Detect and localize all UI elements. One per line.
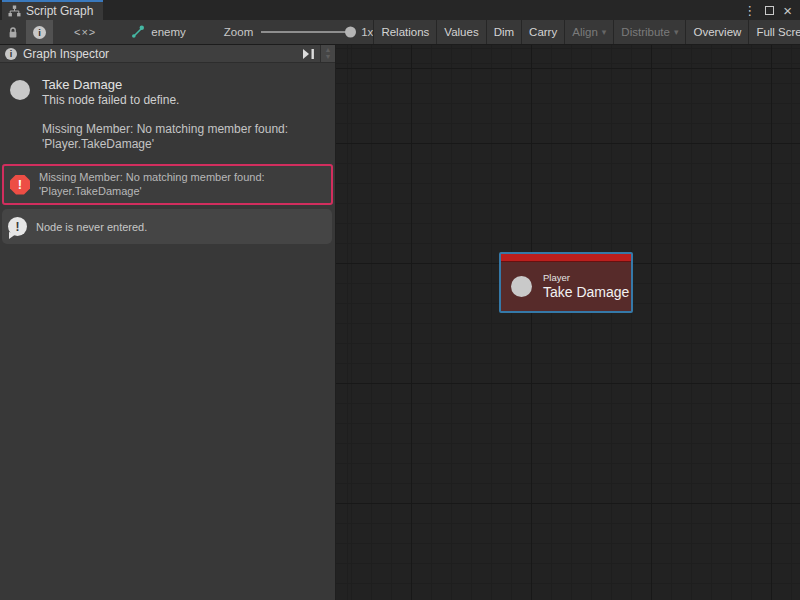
script-graph-asset-icon [129, 25, 145, 39]
error-message-box: ! Missing Member: No matching member fou… [2, 164, 333, 205]
zoom-slider-track [261, 31, 353, 33]
fullscreen-button[interactable]: Full Screen [749, 20, 800, 44]
main-area: i Graph Inspector ▲ ▼ [0, 45, 800, 600]
window-controls: ⋮ × [743, 0, 800, 20]
menu-icon[interactable]: ⋮ [743, 4, 756, 17]
graph-inspector-panel: i Graph Inspector ▲ ▼ [0, 45, 336, 600]
align-button: Align ▾ [565, 20, 613, 44]
zoom-control: Zoom 1x [224, 20, 374, 44]
graph-canvas[interactable]: Player Take Damage [336, 45, 800, 600]
error-box-line1: Missing Member: No matching member found… [39, 171, 265, 185]
breadcrumb[interactable]: enemy [129, 20, 186, 44]
breadcrumb-label: enemy [151, 26, 186, 38]
info-icon: i [5, 48, 17, 60]
tab-script-graph[interactable]: Script Graph [2, 0, 103, 20]
node-type-icon [10, 80, 30, 100]
node-category: Player [543, 272, 629, 284]
node-error-line1: Missing Member: No matching member found… [42, 122, 288, 137]
window-tab-bar: Script Graph ⋮ × [0, 0, 800, 20]
values-button[interactable]: Values [437, 20, 485, 44]
node-icon [511, 276, 532, 297]
node-status: This node failed to define. [42, 93, 288, 108]
info-icon: i [33, 26, 46, 39]
dock-panel-button[interactable] [297, 45, 321, 62]
graph-icon [8, 5, 21, 17]
warning-text: Node is never entered. [36, 221, 147, 233]
warning-message-box: ! Node is never entered. [2, 209, 332, 244]
chevron-down-icon: ▾ [602, 27, 607, 37]
zoom-slider[interactable] [261, 20, 353, 45]
node-error-line2: 'Player.TakeDamage' [42, 137, 288, 152]
maximize-icon[interactable] [765, 6, 774, 15]
carry-button[interactable]: Carry [522, 20, 564, 44]
script-graph-window: Script Graph ⋮ × i <×> [0, 0, 800, 600]
zoom-value: 1x [361, 26, 373, 38]
zoom-slider-handle[interactable] [345, 27, 356, 38]
chevron-down-icon: ▾ [674, 27, 679, 37]
graph-toolbar: i <×> enemy Zoom 1x Relati [0, 20, 800, 45]
warning-icon: ! [8, 217, 27, 236]
relations-button[interactable]: Relations [374, 20, 436, 44]
node-title: Take Damage [42, 77, 288, 93]
inspector-body: Take Damage This node failed to define. … [0, 63, 335, 600]
code-icon: <×> [74, 26, 96, 38]
panel-scroll-buttons: ▲ ▼ [321, 45, 335, 62]
node-summary: Take Damage This node failed to define. … [0, 63, 335, 152]
distribute-button: Distribute ▾ [614, 20, 685, 44]
dim-button[interactable]: Dim [487, 20, 521, 44]
graph-inspector-header: i Graph Inspector ▲ ▼ [0, 45, 335, 63]
close-icon[interactable]: × [783, 3, 792, 18]
toolbar-buttons: Relations Values Dim Carry Align ▾ Distr… [373, 20, 800, 44]
inspector-toggle-button[interactable]: i [26, 20, 53, 44]
scroll-down-icon[interactable]: ▼ [325, 54, 332, 60]
error-icon: ! [10, 175, 30, 195]
node-header-strip [501, 254, 631, 262]
dock-right-icon [302, 49, 315, 59]
tab-label: Script Graph [26, 4, 93, 18]
error-box-line2: 'Player.TakeDamage' [39, 185, 265, 199]
code-view-button[interactable]: <×> [67, 20, 103, 44]
take-damage-node[interactable]: Player Take Damage [499, 252, 633, 313]
lock-button[interactable] [0, 20, 26, 44]
zoom-label: Zoom [224, 26, 253, 38]
overview-button[interactable]: Overview [686, 20, 748, 44]
panel-title: Graph Inspector [23, 47, 297, 61]
node-label: Take Damage [543, 284, 629, 301]
lock-icon [7, 26, 19, 39]
